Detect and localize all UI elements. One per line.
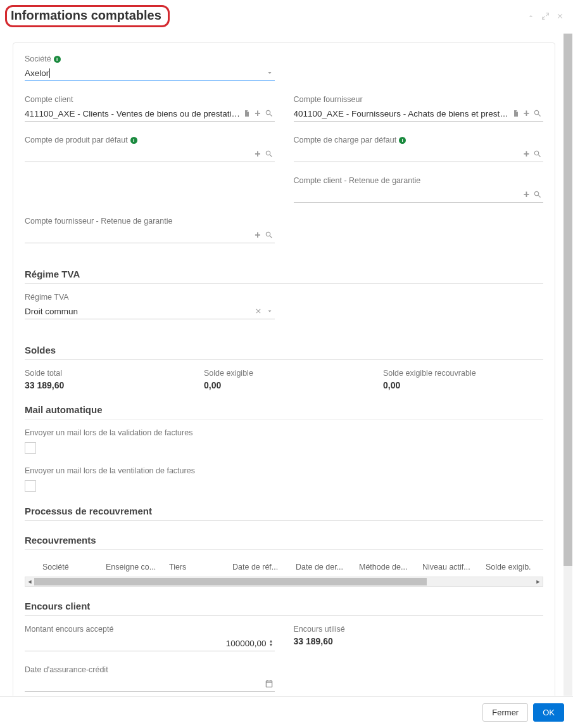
divider: [25, 520, 543, 521]
automail-section-title: Mail automatique: [25, 404, 543, 415]
credit-accepted-label: Montant encours accepté: [25, 625, 275, 634]
table-col[interactable]: Solde exigib.: [486, 563, 543, 572]
recovery-table-header: Société Enseigne co... Tiers Date de réf…: [25, 559, 543, 577]
vat-input[interactable]: Droit commun: [25, 304, 275, 319]
mail-validation-checkbox[interactable]: [25, 442, 36, 454]
plus-icon[interactable]: +: [524, 189, 529, 200]
table-col[interactable]: Tiers: [169, 563, 232, 572]
balance-recoverable-label: Solde exigible recouvrable: [383, 369, 543, 378]
modal-body: Société i Axelor: [0, 34, 573, 696]
search-icon[interactable]: [265, 231, 274, 239]
clear-icon[interactable]: [255, 307, 262, 315]
divider: [25, 419, 543, 419]
info-icon[interactable]: i: [130, 137, 137, 144]
plus-icon[interactable]: +: [255, 230, 260, 240]
product-default-field: Compte de produit par défaut i +: [25, 136, 275, 162]
vat-section-title: Régime TVA: [25, 269, 543, 279]
supplier-retention-field: Compte fournisseur - Retenue de garantie…: [25, 217, 275, 243]
horizontal-scrollbar[interactable]: ◄ ►: [25, 577, 543, 587]
supplier-retention-label: Compte fournisseur - Retenue de garantie: [25, 217, 275, 226]
recovery-process-section-title: Processus de recouvrement: [25, 506, 543, 516]
charge-default-label: Compte de charge par défaut: [294, 136, 397, 144]
doc-icon[interactable]: [243, 110, 251, 117]
client-account-input[interactable]: 411100_AXE - Clients - Ventes de biens o…: [25, 106, 275, 122]
search-icon[interactable]: [265, 150, 274, 158]
insurance-date-label: Date d'assurance-crédit: [25, 665, 275, 674]
charge-default-input[interactable]: +: [294, 147, 544, 162]
search-icon[interactable]: [265, 109, 274, 118]
plus-icon[interactable]: +: [255, 108, 260, 118]
credit-used-value: 33 189,60: [294, 636, 544, 646]
credit-accepted-input[interactable]: 100000,00 ▲▼: [25, 636, 275, 651]
search-icon[interactable]: [533, 190, 542, 199]
plus-icon[interactable]: +: [524, 149, 529, 159]
credit-section-title: Encours client: [25, 601, 543, 611]
modal-footer: Fermer OK: [0, 696, 573, 728]
expand-icon[interactable]: [541, 12, 550, 20]
table-col[interactable]: Société: [42, 563, 106, 572]
table-col[interactable]: Enseigne co...: [106, 563, 169, 572]
client-account-field: Compte client 411100_AXE - Clients - Ven…: [25, 95, 275, 122]
mail-ventilation-field: Envoyer un mail lors de la ventilation d…: [25, 466, 543, 492]
mail-ventilation-checkbox[interactable]: [25, 480, 36, 492]
scroll-left-arrow[interactable]: ◄: [25, 577, 34, 586]
supplier-account-field: Compte fournisseur 401100_AXE - Fourniss…: [294, 95, 544, 122]
divider: [25, 283, 543, 284]
client-retention-input[interactable]: +: [294, 188, 544, 203]
ok-button[interactable]: OK: [533, 703, 564, 722]
supplier-account-label: Compte fournisseur: [294, 95, 544, 104]
close-button[interactable]: Fermer: [482, 703, 528, 722]
chevron-down-icon[interactable]: [266, 69, 274, 77]
plus-icon[interactable]: +: [524, 108, 529, 118]
product-default-input[interactable]: +: [25, 147, 275, 162]
plus-icon[interactable]: +: [255, 149, 260, 159]
company-input[interactable]: Axelor: [25, 66, 275, 81]
credit-accepted-field: Montant encours accepté 100000,00 ▲▼: [25, 625, 275, 651]
doc-icon[interactable]: [512, 110, 520, 117]
company-label: Société: [25, 54, 51, 63]
balances-section-title: Soldes: [25, 345, 543, 355]
mail-validation-field: Envoyer un mail lors de la validation de…: [25, 428, 543, 454]
product-default-label: Compte de produit par défaut: [25, 136, 128, 144]
chevron-down-icon[interactable]: [266, 307, 274, 315]
modal-body-wrapper: Société i Axelor: [0, 34, 573, 696]
balance-total-label: Solde total: [25, 369, 185, 378]
number-spinner[interactable]: ▲▼: [269, 639, 274, 647]
info-icon[interactable]: i: [399, 137, 406, 144]
divider: [25, 549, 543, 550]
table-col[interactable]: Date de der...: [296, 563, 359, 572]
insurance-date-input[interactable]: [25, 677, 275, 692]
search-icon[interactable]: [533, 109, 542, 118]
charge-default-field: Compte de charge par défaut i +: [294, 136, 544, 162]
balance-due-label: Solde exigible: [204, 369, 364, 378]
table-col[interactable]: Date de réf...: [232, 563, 296, 572]
client-account-label: Compte client: [25, 95, 275, 104]
recovery-section-title: Recouvrements: [25, 535, 543, 546]
supplier-account-input[interactable]: 401100_AXE - Fournisseurs - Achats de bi…: [294, 106, 544, 122]
horizontal-scrollbar-thumb[interactable]: [34, 578, 427, 585]
info-icon[interactable]: i: [54, 56, 61, 63]
modal-title: Informations comptables: [5, 5, 170, 27]
scroll-right-arrow[interactable]: ►: [534, 577, 543, 586]
collapse-icon[interactable]: [527, 12, 535, 20]
divider: [25, 359, 543, 360]
vertical-scrollbar-thumb[interactable]: [564, 34, 572, 566]
balance-due-value: 0,00: [204, 380, 364, 390]
vat-field: Régime TVA Droit commun: [25, 293, 275, 319]
supplier-retention-input[interactable]: +: [25, 228, 275, 243]
close-icon[interactable]: [556, 12, 564, 20]
table-col[interactable]: Niveau actif...: [422, 563, 486, 572]
credit-used-field: Encours utilisé 33 189,60: [294, 625, 544, 646]
vat-label: Régime TVA: [25, 293, 275, 302]
client-retention-label: Compte client - Retenue de garantie: [294, 176, 544, 185]
form-panel: Société i Axelor: [13, 42, 555, 696]
mail-ventilation-label: Envoyer un mail lors de la ventilation d…: [25, 466, 543, 475]
mail-validation-label: Envoyer un mail lors de la validation de…: [25, 428, 543, 437]
calendar-icon[interactable]: [265, 679, 274, 688]
balance-recoverable-value: 0,00: [383, 380, 543, 390]
insurance-date-field: Date d'assurance-crédit: [25, 665, 275, 692]
divider: [25, 615, 543, 616]
balance-total-value: 33 189,60: [25, 380, 185, 390]
search-icon[interactable]: [533, 150, 542, 158]
table-col[interactable]: Méthode de...: [359, 563, 422, 572]
